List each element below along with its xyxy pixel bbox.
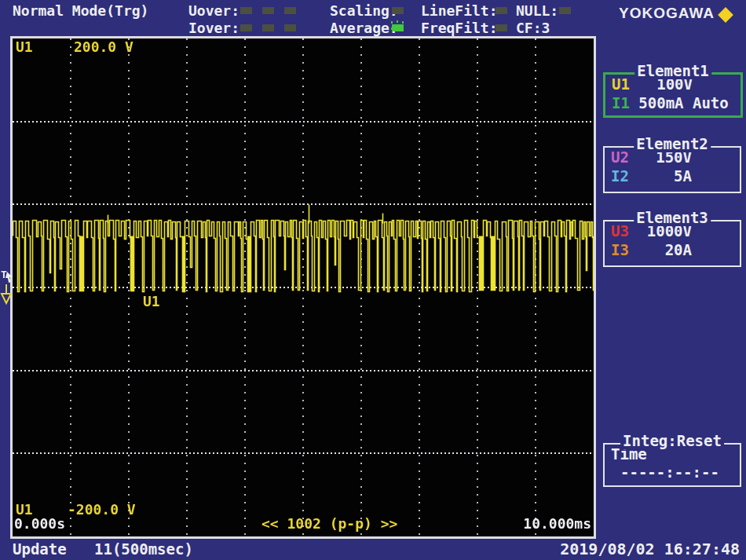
i1-range-value: 500mA Auto bbox=[630, 94, 729, 112]
brand-logo: YOKOGAWA bbox=[619, 5, 715, 22]
iover-lamp-1 bbox=[240, 24, 252, 31]
u1-label: U1 bbox=[612, 75, 630, 93]
mode-label: Normal Mode(Trg) bbox=[13, 3, 148, 19]
trigger-marker: T bbox=[0, 269, 13, 314]
trigger-down-arrow-icon bbox=[2, 294, 11, 303]
element2-title: Element2 bbox=[634, 136, 711, 152]
null-label: NULL: bbox=[516, 3, 558, 19]
integ-box[interactable]: Integ:Reset Time -----:--:-- bbox=[603, 443, 741, 487]
uover-lamp-3 bbox=[284, 7, 296, 14]
uover-label: Uover: bbox=[188, 3, 240, 19]
i2-range-value: 5A bbox=[629, 167, 692, 185]
freqfilt-lamp bbox=[496, 24, 507, 31]
datetime: 2019/08/02 16:27:48 bbox=[560, 540, 740, 558]
scale-top-label: 200.0 V bbox=[74, 39, 133, 55]
element3-box[interactable]: Element3 U3 1000V I3 20A bbox=[603, 220, 741, 267]
element1-current-row: I1 500mA Auto bbox=[605, 93, 741, 112]
time-start-label: 0.000s bbox=[14, 516, 65, 532]
freqfilt-label: FreqFilt: bbox=[421, 20, 498, 36]
u2-label: U2 bbox=[611, 148, 629, 166]
scaling-lamp bbox=[392, 7, 404, 14]
element3-current-row: I3 20A bbox=[605, 240, 740, 259]
i3-label: I3 bbox=[611, 241, 629, 258]
trigger-t-icon: T bbox=[1, 269, 7, 280]
uover-lamp-1 bbox=[240, 7, 252, 14]
element3-title: Element3 bbox=[634, 210, 711, 226]
linefilt-lamp bbox=[496, 7, 507, 14]
time-end-label: 10.000ms bbox=[523, 516, 591, 532]
waveform-display: U1 200.0 V U1 U1 -200.0 V 0.000s << 1002… bbox=[10, 36, 596, 539]
brand-diamond-icon bbox=[718, 7, 733, 23]
scale-bottom-label: -200.0 V bbox=[68, 502, 136, 518]
pp-readout: << 1002 (p-p) >> bbox=[261, 516, 397, 532]
update-count: 11(500msec) bbox=[94, 541, 193, 558]
instrument-screen: Normal Mode(Trg) Uover: Iover: Scaling: … bbox=[0, 0, 746, 560]
uover-lamp-2 bbox=[262, 7, 274, 14]
iover-lamp-3 bbox=[284, 24, 296, 31]
i3-range-value: 20A bbox=[629, 241, 692, 258]
element1-box[interactable]: Element1 U1 100V I1 500mA Auto bbox=[603, 72, 743, 118]
iover-label: Iover: bbox=[188, 20, 240, 36]
channel-label-top: U1 bbox=[16, 39, 33, 55]
crest-factor-label: CF:3 bbox=[516, 20, 550, 36]
element1-title: Element1 bbox=[634, 63, 711, 79]
u1-waveform-trace bbox=[13, 38, 594, 536]
i2-label: I2 bbox=[611, 167, 629, 185]
average-label: Average: bbox=[330, 20, 398, 36]
element2-current-row: I2 5A bbox=[605, 167, 740, 185]
integ-time-value: -----:--:-- bbox=[605, 463, 740, 481]
iover-lamp-2 bbox=[262, 24, 274, 31]
integ-title: Integ:Reset bbox=[620, 433, 724, 449]
update-label: Update bbox=[13, 541, 67, 558]
trace-label: U1 bbox=[143, 294, 160, 309]
linefilt-label: LineFilt: bbox=[421, 3, 498, 19]
i1-label: I1 bbox=[612, 94, 630, 112]
null-lamp bbox=[559, 7, 571, 14]
element2-box[interactable]: Element2 U2 150V I2 5A bbox=[603, 146, 741, 193]
u3-label: U3 bbox=[611, 222, 629, 240]
scaling-label: Scaling: bbox=[330, 3, 398, 19]
average-lamp bbox=[392, 24, 404, 31]
status-bar: Update 11(500msec) 2019/08/02 16:27:48 bbox=[0, 540, 746, 560]
